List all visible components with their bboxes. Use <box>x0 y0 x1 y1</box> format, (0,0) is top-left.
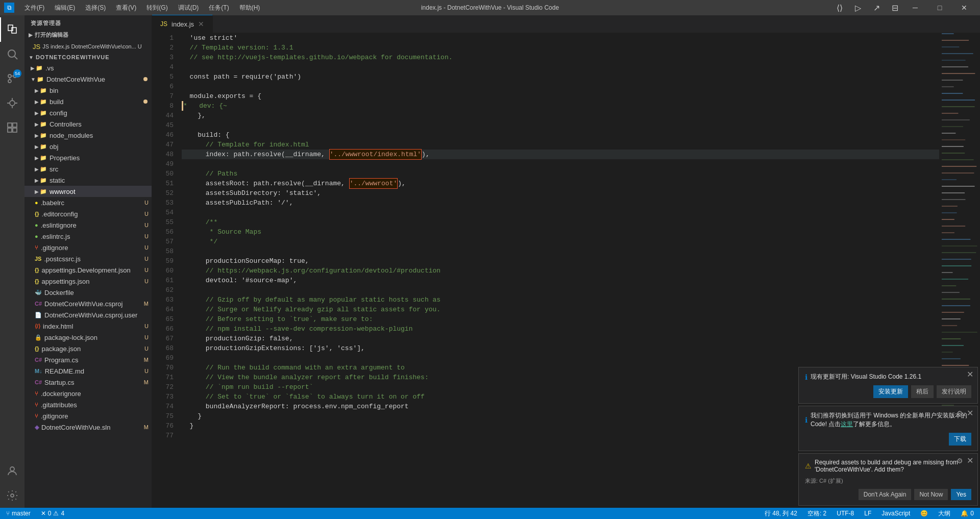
btn-download[interactable]: 下载 <box>949 433 971 446</box>
tree-item-appsettings-Development-json[interactable]: {}appsettings.Development.jsonU <box>24 264 152 276</box>
menu-task[interactable]: 任务(T) <box>205 4 233 12</box>
tree-item--dockerignore[interactable]: ⑂.dockerignore <box>24 388 152 399</box>
menu-debug[interactable]: 调试(D) <box>174 4 203 12</box>
open-file-item[interactable]: JS JS index.js DotnetCoreWithVue\con... … <box>24 41 152 52</box>
tree-item-static[interactable]: ▶📁static <box>24 175 152 186</box>
tree-item-wwwroot[interactable]: ▶📁wwwroot <box>24 186 152 197</box>
tree-item--gitignore[interactable]: ⑂.gitignore <box>24 410 152 422</box>
tree-item-package-json[interactable]: {}package.jsonU <box>24 343 152 354</box>
line-num: 74 <box>156 402 174 411</box>
tree-item-DotnetCoreWithVue-csproj-user[interactable]: 📄DotnetCoreWithVue.csproj.user <box>24 309 152 320</box>
tab-name: index.js <box>172 20 194 28</box>
open-remote-icon[interactable]: ↗ <box>869 0 884 15</box>
btn-dont-ask[interactable]: Don't Ask Again <box>859 489 912 500</box>
menu-help[interactable]: 帮助(H) <box>235 4 264 12</box>
line-num: 65 <box>156 314 174 324</box>
activity-settings[interactable] <box>0 483 24 508</box>
root-folder-section[interactable]: ▼ DOTNETCOREWITHVUE <box>24 52 152 62</box>
activity-debug[interactable] <box>0 91 24 115</box>
tree-item-DotnetCoreWithVue-csproj[interactable]: C#DotnetCoreWithVue.csprojM <box>24 298 152 309</box>
open-editors-section[interactable]: ▶ 打开的编辑器 <box>24 29 152 41</box>
tree-item--vs[interactable]: ▶📁.vs <box>24 62 152 73</box>
tree-item--editorconfig[interactable]: {}.editorconfigU <box>24 208 152 219</box>
code-line-63: // Gzip off by default as many popular s… <box>182 295 939 305</box>
tree-item--eslintignore[interactable]: ●.eslintignoreU <box>24 219 152 231</box>
tree-item-Startup-cs[interactable]: C#Startup.csM <box>24 377 152 388</box>
file-label: wwwroot <box>50 188 76 195</box>
notif-update-close[interactable]: ✕ <box>967 370 973 379</box>
tree-item-package-lock-json[interactable]: 🔒package-lock.jsonU <box>24 332 152 343</box>
menu-file[interactable]: 文件(F) <box>20 4 48 12</box>
btn-not-now[interactable]: Not Now <box>914 489 948 500</box>
folder-arrow: ▶ <box>35 88 39 93</box>
tree-item-README-md[interactable]: M↓README.mdU <box>24 365 152 377</box>
modified-letter: M <box>144 379 149 385</box>
tree-item--gitattributes[interactable]: ⑂.gitattributes <box>24 399 152 410</box>
tree-item--eslintrc-js[interactable]: ●.eslintrc.jsU <box>24 231 152 242</box>
menu-edit[interactable]: 编辑(E) <box>51 4 79 12</box>
tree-item--postcssrc-js[interactable]: JS.postcssrc.jsU <box>24 253 152 264</box>
status-bell[interactable]: 大纲 <box>936 508 952 519</box>
tree-item-Program-cs[interactable]: C#Program.csM <box>24 354 152 365</box>
status-cursor[interactable]: 行 48, 列 42 <box>763 508 799 519</box>
tree-item-config[interactable]: ▶📁config <box>24 107 152 118</box>
notif-user-setup-close[interactable]: ✕ <box>967 409 973 417</box>
activity-search[interactable] <box>0 42 24 66</box>
spaces-label: 空格: 2 <box>807 509 826 518</box>
btn-install-update[interactable]: 安装更新 <box>873 385 908 398</box>
status-language[interactable]: JavaScript <box>879 508 912 519</box>
tree-item-obj[interactable]: ▶📁obj <box>24 141 152 152</box>
tree-item-index-html[interactable]: ⟨/⟩index.htmlU <box>24 320 152 332</box>
file-icon: ● <box>35 233 38 239</box>
app-icon: ⧉ <box>4 3 14 13</box>
comment: // npm install --save-dev compression-we… <box>182 324 412 334</box>
window-close[interactable]: ✕ <box>952 0 976 15</box>
tab-index-js[interactable]: JS index.js ✕ <box>152 15 213 33</box>
code-line-47: // Template for index.html <box>182 140 939 150</box>
tree-item-Properties[interactable]: ▶📁Properties <box>24 152 152 163</box>
activity-extensions[interactable] <box>0 115 24 140</box>
notification-user-setup: ℹ 我们推荐切换到适用于 Windows 的全新单用户安装版本的 Code! 点… <box>798 406 978 451</box>
tree-item-bin[interactable]: ▶📁bin <box>24 85 152 96</box>
menu-view[interactable]: 查看(V) <box>112 4 140 12</box>
run-icon[interactable]: ▷ <box>850 0 866 15</box>
tree-item-Controllers[interactable]: ▶📁Controllers <box>24 118 152 130</box>
notif-settings-icon[interactable]: ⚙ <box>957 409 963 417</box>
tree-item-appsettings-json[interactable]: {}appsettings.jsonU <box>24 276 152 287</box>
notif-assets-settings-icon[interactable]: ⚙ <box>957 457 963 465</box>
status-line-ending[interactable]: LF <box>862 508 873 519</box>
tree-item-DotnetCoreWithVue-sln[interactable]: ◈DotnetCoreWithVue.slnM <box>24 422 152 433</box>
layout-icon[interactable]: ⊟ <box>887 0 902 15</box>
tree-item-node_modules[interactable]: ▶📁node_modules <box>24 130 152 141</box>
notif-link[interactable]: 这里 <box>841 421 853 428</box>
activity-explorer[interactable] <box>0 17 24 42</box>
tree-item-DotnetCoreWithVue[interactable]: ▼📁DotnetCoreWithVue <box>24 73 152 85</box>
activity-source-control[interactable]: 54 <box>0 66 24 91</box>
remote-icon[interactable]: ⟨⟩ <box>832 0 847 15</box>
status-feedback[interactable]: 😊 <box>918 508 930 519</box>
tree-item--gitignore[interactable]: ⑂.gitignoreU <box>24 242 152 253</box>
status-branch[interactable]: ⑂ master <box>4 508 33 519</box>
status-spaces[interactable]: 空格: 2 <box>805 508 828 519</box>
status-errors[interactable]: ✕ 0 ⚠ 4 <box>39 508 66 519</box>
tree-item-Dockerfile[interactable]: 🐳Dockerfile <box>24 287 152 298</box>
menu-bar[interactable]: 文件(F) 编辑(E) 选择(S) 查看(V) 转到(G) 调试(D) 任务(T… <box>20 4 264 12</box>
btn-release-notes[interactable]: 发行说明 <box>937 385 971 398</box>
status-notifications[interactable]: 🔔 0 <box>959 508 976 519</box>
menu-select[interactable]: 选择(S) <box>81 4 110 12</box>
window-minimize[interactable]: ─ <box>903 0 927 15</box>
window-maximize[interactable]: □ <box>928 0 951 15</box>
tree-item--babelrc[interactable]: ●.babelrcU <box>24 197 152 208</box>
status-encoding[interactable]: UTF-8 <box>835 508 856 519</box>
notif-assets-close[interactable]: ✕ <box>967 457 973 465</box>
activity-accounts[interactable] <box>0 459 24 483</box>
file-label: index.html <box>43 323 73 330</box>
btn-yes[interactable]: Yes <box>951 489 971 500</box>
menu-goto[interactable]: 转到(G) <box>142 4 172 12</box>
tree-item-build[interactable]: ▶📁build <box>24 96 152 107</box>
btn-later[interactable]: 稍后 <box>911 385 934 398</box>
notification-update: ℹ 现有更新可用: Visual Studio Code 1.26.1 ✕ 安装… <box>798 367 978 404</box>
tree-item-src[interactable]: ▶📁src <box>24 163 152 175</box>
tab-close-button[interactable]: ✕ <box>198 20 204 28</box>
line-num: 70 <box>156 363 174 373</box>
